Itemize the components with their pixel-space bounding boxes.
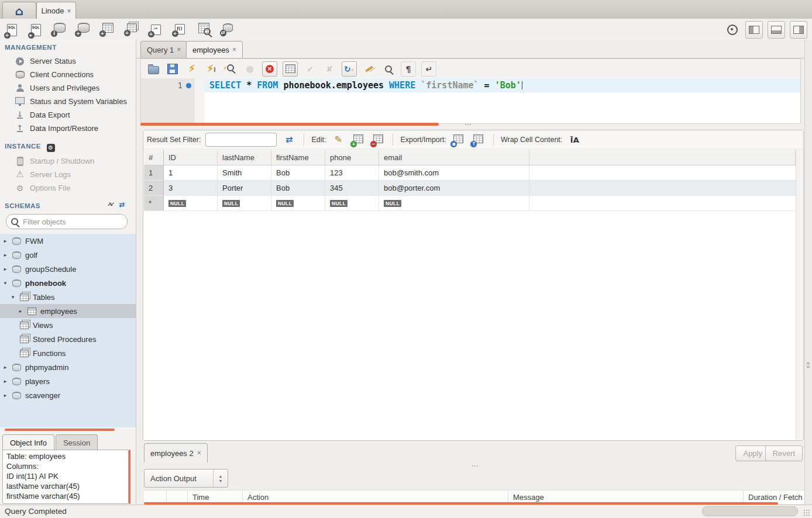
delete-row-icon[interactable]: − — [370, 133, 386, 147]
schema-filter-input[interactable] — [22, 217, 127, 227]
schema-tree-item-golf[interactable]: ▸golf — [0, 248, 136, 262]
editor-result-splitter[interactable] — [140, 123, 439, 126]
expand-panel-icon[interactable]: ↗↙ — [107, 201, 113, 208]
cell-phone[interactable]: 123 — [325, 165, 379, 180]
notifications-icon[interactable] — [724, 22, 741, 38]
execute-statement-icon[interactable]: ⚡I — [204, 62, 218, 76]
tree-expand-icon[interactable]: ▾ — [10, 294, 16, 300]
close-editor-tab-icon[interactable]: × — [177, 46, 181, 54]
close-result-tab-icon[interactable]: × — [197, 449, 201, 457]
explain-statement-icon[interactable]: ⚡ — [223, 62, 238, 76]
column-header-phone[interactable]: phone — [325, 150, 379, 165]
close-tab-icon[interactable]: × — [67, 7, 71, 15]
wrap-cell-content-icon[interactable]: ĪA — [567, 133, 582, 147]
reconnect-dbms-icon[interactable]: ⇄ — [219, 20, 236, 37]
sidebar-item-data-import-restore[interactable]: ↑Data Import/Restore — [0, 122, 136, 135]
revert-button[interactable]: Revert — [765, 446, 803, 461]
toggle-left-sidebar-icon[interactable] — [745, 21, 763, 39]
toggle-right-sidebar-icon[interactable] — [790, 21, 807, 39]
tree-expand-icon[interactable]: ▸ — [2, 364, 8, 370]
find-icon[interactable] — [381, 62, 395, 76]
schema-tree-item-functions[interactable]: Functions — [0, 346, 136, 360]
cell-phone[interactable]: 345 — [325, 181, 379, 195]
schema-tree-item-stored-procedures[interactable]: Stored Procedures — [0, 332, 136, 346]
save-script-icon[interactable] — [166, 62, 180, 76]
right-panel-splitter[interactable] — [804, 40, 812, 505]
sidebar-item-options-file[interactable]: ⚙Options File — [0, 181, 136, 195]
editor-tab-employees[interactable]: employees× — [186, 41, 243, 58]
search-data-icon[interactable] — [195, 20, 212, 37]
sidebar-item-server-status[interactable]: Server Status — [0, 54, 136, 68]
tree-expand-icon[interactable]: ▾ — [2, 280, 8, 286]
tree-expand-icon[interactable]: ▸ — [2, 392, 8, 398]
open-script-icon[interactable] — [146, 62, 160, 76]
tree-expand-icon[interactable]: ▸ — [18, 308, 23, 314]
tree-expand-icon[interactable]: ▸ — [2, 252, 8, 258]
horizontal-scrollbar-thumb[interactable] — [702, 506, 798, 516]
output-splitter-grip[interactable] — [471, 464, 479, 467]
open-sql-file-icon[interactable]: SQL▸ — [27, 20, 44, 37]
tree-expand-icon[interactable]: ▸ — [2, 266, 8, 272]
schema-tree-item-groupschedule[interactable]: ▸groupSchedule — [0, 262, 136, 276]
invisible-chars-icon[interactable]: ¶ — [401, 61, 416, 77]
cell-id[interactable]: 3 — [164, 181, 218, 195]
add-row-icon[interactable]: + — [350, 133, 366, 147]
schema-tree-item-phpmyadmin[interactable]: ▸phpmyadmin — [0, 360, 136, 374]
result-grid-vscrollbar[interactable] — [796, 150, 803, 440]
column-header-lastname[interactable]: lastName — [218, 150, 271, 165]
sql-statement-line[interactable]: SELECT * FROM phonebook.employees WHERE … — [205, 78, 800, 92]
tab-session[interactable]: Session — [56, 434, 98, 450]
create-schema-icon[interactable]: + — [75, 20, 92, 37]
beautify-icon[interactable] — [362, 62, 376, 76]
cell-lastname[interactable]: Smith — [218, 165, 271, 180]
selector-spinner-icon[interactable]: ▲▼ — [213, 469, 228, 487]
stop-on-error-toggle-icon[interactable]: × — [262, 61, 277, 77]
cell-null[interactable]: NULL — [379, 196, 529, 210]
close-editor-tab-icon[interactable]: × — [232, 46, 236, 54]
schema-tree-item-employees[interactable]: ▸employees — [0, 304, 136, 318]
new-row-marker[interactable]: * — [144, 196, 164, 210]
tree-expand-icon[interactable]: ▸ — [2, 378, 8, 384]
sidebar-item-server-logs[interactable]: ⚠Server Logs — [0, 168, 136, 181]
column-header-firstname[interactable]: firstName — [271, 150, 325, 165]
execute-script-icon[interactable]: ⚡ — [185, 62, 199, 76]
create-procedure-icon[interactable]: ▫▸+ — [147, 20, 164, 37]
home-tab[interactable]: ⌂ — [2, 2, 36, 19]
refresh-results-icon[interactable]: ⇄ — [281, 133, 297, 147]
output-type-selector[interactable]: Action Output ▲▼ — [144, 469, 228, 488]
import-records-icon[interactable]: ↑ — [471, 133, 486, 147]
column-header-id[interactable]: ID — [164, 150, 218, 165]
cell-email[interactable]: bob@porter.com — [379, 181, 529, 195]
editor-tab-query-1[interactable]: Query 1× — [140, 41, 187, 58]
tree-expand-icon[interactable]: ▸ — [2, 238, 8, 244]
wrap-text-icon[interactable]: ↵ — [421, 61, 436, 77]
sidebar-item-status-and-system-variables[interactable]: Status and System Variables — [0, 95, 136, 108]
cell-lastname[interactable]: Porter — [218, 181, 271, 195]
object-info-splitter-handle[interactable] — [129, 450, 130, 504]
schema-tree-item-fwm[interactable]: ▸FWM — [0, 234, 136, 248]
limit-rows-icon[interactable] — [283, 61, 298, 77]
column-header-row-number[interactable]: # — [144, 150, 164, 165]
create-function-icon[interactable]: ƒ()+ — [171, 20, 188, 37]
cell-null[interactable]: NULL — [325, 196, 379, 210]
schema-tree-item-views[interactable]: Views — [0, 318, 136, 332]
row-number-cell[interactable]: 2 — [144, 181, 164, 195]
cell-firstname[interactable]: Bob — [271, 165, 325, 180]
tab-object-info[interactable]: Object Info — [2, 434, 54, 450]
refresh-schemas-icon[interactable]: ⇄ — [119, 201, 125, 208]
toggle-bottom-panel-icon[interactable] — [768, 21, 785, 39]
create-table-icon[interactable]: + — [99, 20, 116, 37]
sql-code-area[interactable]: 1 SELECT * FROM phonebook.employees WHER… — [141, 78, 800, 123]
result-filter-input[interactable] — [205, 133, 277, 147]
schema-tree-item-scavenger[interactable]: ▸scavenger — [0, 388, 136, 402]
create-view-icon[interactable]: + — [123, 20, 140, 37]
connection-tab-linode[interactable]: Linode× — [36, 2, 76, 19]
edit-record-icon[interactable]: ✎ — [331, 133, 346, 147]
column-header-email[interactable]: email — [379, 150, 529, 165]
window-resize-grip[interactable] — [803, 509, 810, 516]
export-recordset-icon[interactable]: ▪ — [451, 133, 466, 147]
sidebar-item-startup-shutdown[interactable]: Startup / Shutdown — [0, 154, 136, 168]
row-number-cell[interactable]: 1 — [144, 165, 164, 180]
autocommit-toggle-icon[interactable]: ↻⚡ — [342, 61, 357, 77]
right-splitter-grip[interactable] — [807, 362, 810, 368]
